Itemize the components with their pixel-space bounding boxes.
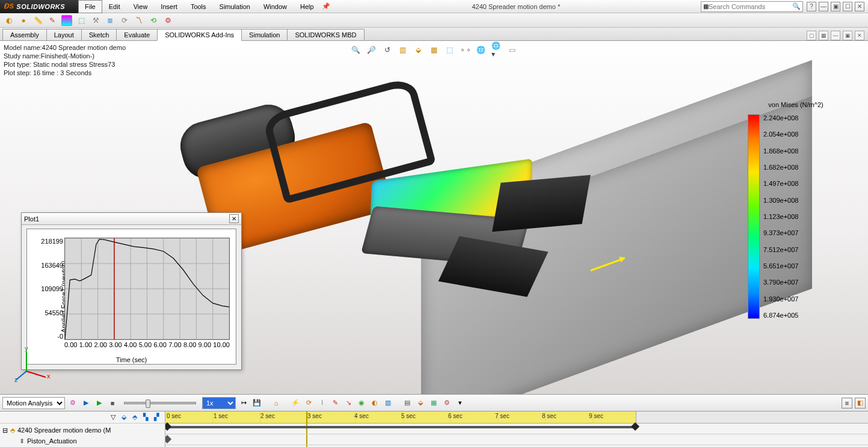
collapse-icon[interactable]: ≡ bbox=[842, 398, 852, 408]
tree-child-row[interactable]: ⬍ Piston_Actuation bbox=[2, 436, 162, 446]
edit-appearance-icon[interactable]: ⚬⚬ bbox=[460, 45, 471, 55]
help-icon[interactable]: ? bbox=[807, 2, 816, 11]
filter-a-icon[interactable]: ⬙ bbox=[122, 413, 130, 422]
restore-icon[interactable]: ▣ bbox=[831, 2, 840, 11]
tab-simulation[interactable]: Simulation bbox=[241, 29, 288, 40]
stop-icon[interactable]: ■ bbox=[107, 398, 118, 408]
motor-icon[interactable]: ⟳ bbox=[303, 398, 314, 408]
tree-expand-icon[interactable]: ⊟ bbox=[2, 427, 8, 434]
save-anim-icon[interactable]: 💾 bbox=[251, 398, 262, 408]
keyframe-bar[interactable] bbox=[167, 426, 635, 428]
timeline-track-root[interactable] bbox=[165, 424, 868, 434]
study-type-select[interactable]: Motion Analysis bbox=[2, 397, 65, 409]
tab-evaluate[interactable]: Evaluate bbox=[116, 29, 158, 40]
menu-edit[interactable]: Edit bbox=[102, 0, 127, 13]
event-based-icon[interactable]: ▤ bbox=[402, 398, 413, 408]
expand-icon[interactable]: ◧ bbox=[855, 398, 866, 408]
menu-view[interactable]: View bbox=[127, 0, 155, 13]
sim-dropdown-icon[interactable]: ▾ bbox=[455, 398, 466, 408]
close-icon[interactable]: ✕ bbox=[855, 2, 864, 11]
contact-icon[interactable]: ✎ bbox=[330, 398, 340, 408]
plot-window[interactable]: Plot1 ✕ Applied Force1 (newton) Time (se… bbox=[21, 212, 242, 370]
section-view-icon[interactable]: ▥ bbox=[398, 45, 408, 55]
damper-icon[interactable]: ◉ bbox=[356, 398, 367, 408]
svg-text:x: x bbox=[47, 372, 51, 380]
search-input[interactable] bbox=[709, 3, 792, 10]
child-restore-icon[interactable]: ▣ bbox=[843, 31, 852, 40]
menu-simulation[interactable]: Simulation bbox=[213, 0, 257, 13]
motion-study-prop-icon[interactable]: ⌂ bbox=[271, 398, 282, 408]
gradient-icon[interactable] bbox=[61, 15, 72, 26]
list-icon[interactable]: ≣ bbox=[105, 15, 115, 26]
pin-icon[interactable]: 📌 bbox=[321, 2, 331, 10]
zoom-fit-icon[interactable]: 🔍 bbox=[351, 45, 362, 55]
menu-help[interactable]: Help bbox=[294, 0, 321, 13]
hide-show-icon[interactable]: ⬚ bbox=[445, 45, 455, 55]
plot-titlebar[interactable]: Plot1 ✕ bbox=[22, 213, 241, 225]
filter-icon[interactable]: ▽ bbox=[111, 413, 119, 422]
child-close-icon[interactable]: ✕ bbox=[855, 31, 864, 40]
view-settings-icon[interactable]: 🌐▾ bbox=[491, 45, 502, 55]
display-style-icon[interactable]: ▦ bbox=[429, 45, 440, 55]
keyframe-piston[interactable] bbox=[165, 435, 171, 443]
play-icon[interactable]: ▶ bbox=[94, 398, 105, 408]
calculate-icon[interactable]: ⚙ bbox=[67, 398, 78, 408]
minimize-icon[interactable]: — bbox=[819, 2, 828, 11]
filter-b-icon[interactable]: ⬘ bbox=[132, 413, 141, 422]
prev-view-icon[interactable]: ↺ bbox=[382, 45, 393, 55]
maximize-icon[interactable]: ☐ bbox=[843, 2, 852, 11]
timeline-tree[interactable]: ⊟ ⬘ 4240 Spreader motion demo (M ⬍ Pisto… bbox=[0, 424, 165, 447]
play-start-icon[interactable]: ▶ bbox=[81, 398, 91, 408]
sim-settings-icon[interactable]: ⚙ bbox=[442, 398, 452, 408]
tool-x-icon[interactable]: ⬙ bbox=[415, 398, 426, 408]
render-tools-icon[interactable]: ▭ bbox=[507, 45, 518, 55]
tab-layout[interactable]: Layout bbox=[46, 29, 82, 40]
menu-tools[interactable]: Tools bbox=[184, 0, 213, 13]
result-plot-icon[interactable]: ◐ bbox=[369, 398, 380, 408]
spring-icon[interactable]: ⌇ bbox=[316, 398, 327, 408]
playback-speed-select[interactable]: 1x bbox=[202, 397, 236, 409]
tab-addins[interactable]: SOLIDWORKS Add-Ins bbox=[157, 29, 242, 41]
gravity-icon[interactable]: ⚡ bbox=[290, 398, 301, 408]
tab-mbd[interactable]: SOLIDWORKS MBD bbox=[287, 29, 364, 40]
viewport-single-icon[interactable]: ▢ bbox=[807, 31, 816, 40]
menu-window[interactable]: Window bbox=[257, 0, 294, 13]
playback-slider[interactable] bbox=[124, 402, 196, 404]
timeline-tracks[interactable]: 0 sec 1 sec 2 sec 3 sec 4 sec 5 sec 6 se… bbox=[165, 412, 868, 447]
keyframe-end[interactable] bbox=[631, 422, 639, 431]
force-icon[interactable]: ↘ bbox=[343, 398, 354, 408]
zoom-window-icon[interactable]: 🔎 bbox=[366, 45, 377, 55]
search-icon[interactable]: 🔍 bbox=[792, 2, 801, 10]
ruler-icon[interactable]: 📏 bbox=[32, 15, 43, 26]
menu-insert[interactable]: Insert bbox=[154, 0, 184, 13]
keyframe-start[interactable] bbox=[165, 422, 171, 431]
sim-setup-icon[interactable]: ▦ bbox=[428, 398, 439, 408]
pen-icon[interactable]: ✎ bbox=[47, 15, 58, 26]
timeline-track-piston[interactable] bbox=[165, 434, 868, 445]
refresh-icon[interactable]: ⟲ bbox=[148, 15, 159, 26]
slider-thumb[interactable] bbox=[146, 399, 150, 408]
filter-d-icon[interactable]: ▞ bbox=[154, 413, 162, 422]
tool-c-icon[interactable]: ⚙ bbox=[162, 15, 173, 26]
apply-scene-icon[interactable]: 🌐 bbox=[476, 45, 487, 55]
filter-c-icon[interactable]: ▚ bbox=[143, 413, 152, 422]
view-orientation-icon[interactable]: ⬙ bbox=[413, 45, 424, 55]
chart-icon[interactable]: 〽 bbox=[134, 15, 144, 26]
tree-root-row[interactable]: ⊟ ⬘ 4240 Spreader motion demo (M bbox=[2, 425, 162, 436]
tool-b-icon[interactable]: ⟳ bbox=[119, 15, 130, 26]
command-search[interactable]: ▦ 🔍 bbox=[701, 1, 803, 12]
graphics-viewport[interactable]: Model name:4240 Spreader motion demo Stu… bbox=[0, 41, 868, 394]
tab-assembly[interactable]: Assembly bbox=[2, 29, 47, 40]
menu-file[interactable]: File bbox=[78, 0, 102, 13]
tool-a-icon[interactable]: ⚒ bbox=[90, 15, 101, 26]
plot-close-icon[interactable]: ✕ bbox=[229, 214, 239, 223]
loop-icon[interactable]: ↦ bbox=[238, 398, 249, 408]
child-minimize-icon[interactable]: — bbox=[831, 31, 840, 40]
cube-icon[interactable]: ⬚ bbox=[76, 15, 87, 26]
mate-icon[interactable]: ▥ bbox=[383, 398, 393, 408]
viewport-multi-icon[interactable]: ▦ bbox=[819, 31, 828, 40]
new-doc-icon[interactable]: ◐ bbox=[4, 15, 14, 26]
tab-sketch[interactable]: Sketch bbox=[81, 29, 117, 40]
sphere-icon[interactable]: ● bbox=[18, 15, 29, 26]
timeline-ruler[interactable]: 0 sec 1 sec 2 sec 3 sec 4 sec 5 sec 6 se… bbox=[165, 412, 868, 424]
